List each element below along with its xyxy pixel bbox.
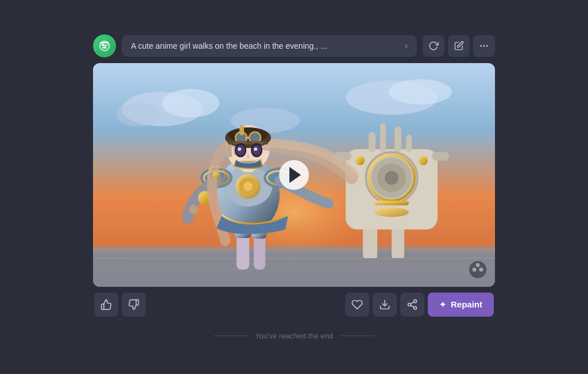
- svg-rect-31: [380, 123, 386, 152]
- edit-icon: [454, 41, 464, 50]
- svg-rect-61: [245, 137, 250, 139]
- svg-point-13: [389, 79, 452, 104]
- heart-icon: [351, 299, 363, 310]
- top-bar: A cute anime girl walks on the beach in …: [93, 34, 495, 57]
- svg-line-80: [411, 305, 414, 307]
- svg-point-11: [116, 103, 162, 126]
- repaint-label: Repaint: [451, 299, 482, 309]
- svg-rect-2: [102, 47, 106, 48]
- svg-point-34: [355, 156, 365, 165]
- thumbs-up-icon: [100, 299, 112, 310]
- svg-point-69: [254, 147, 257, 151]
- end-line-left: [214, 336, 248, 336]
- svg-rect-30: [369, 132, 376, 152]
- more-button[interactable]: [473, 35, 495, 57]
- svg-point-68: [238, 147, 241, 151]
- download-button[interactable]: [373, 293, 397, 317]
- image-display: [93, 63, 495, 287]
- share-button[interactable]: [400, 293, 424, 317]
- svg-point-73: [473, 267, 477, 271]
- refresh-button[interactable]: [423, 35, 444, 57]
- action-right: ✦ Repaint: [345, 293, 494, 317]
- end-text: You've reached the end: [255, 332, 333, 340]
- end-message: You've reached the end: [93, 332, 495, 340]
- repaint-button[interactable]: ✦ Repaint: [428, 293, 494, 317]
- action-bar: ✦ Repaint: [93, 293, 495, 317]
- svg-point-5: [483, 45, 485, 46]
- svg-point-37: [374, 208, 409, 217]
- download-icon: [379, 299, 390, 310]
- favorite-button[interactable]: [345, 293, 369, 317]
- svg-point-71: [213, 172, 220, 178]
- svg-rect-36: [374, 201, 409, 205]
- main-card: A cute anime girl walks on the beach in …: [93, 34, 495, 340]
- watermark-icon: [469, 260, 487, 279]
- svg-point-46: [243, 182, 253, 191]
- edit-button[interactable]: [448, 35, 470, 57]
- svg-point-4: [480, 45, 482, 46]
- more-icon: [479, 41, 489, 51]
- svg-point-52: [189, 205, 198, 214]
- svg-rect-32: [394, 126, 401, 152]
- svg-point-10: [162, 89, 219, 118]
- svg-rect-33: [406, 135, 412, 152]
- svg-point-35: [419, 156, 428, 165]
- app-icon: [93, 34, 116, 57]
- svg-rect-29: [432, 152, 449, 161]
- prompt-arrow-icon: ›: [405, 41, 408, 51]
- svg-line-81: [411, 302, 414, 303]
- svg-point-56: [228, 128, 268, 142]
- play-button[interactable]: [279, 160, 309, 190]
- thumbs-down-icon: [128, 299, 140, 310]
- share-icon: [407, 299, 418, 310]
- thumbs-up-button[interactable]: [94, 293, 118, 317]
- refresh-icon: [428, 41, 439, 51]
- prompt-pill[interactable]: A cute anime girl walks on the beach in …: [122, 35, 417, 57]
- image-container: [93, 63, 495, 287]
- svg-point-74: [479, 267, 483, 271]
- svg-point-6: [486, 45, 488, 46]
- thumbs-down-button[interactable]: [122, 293, 146, 317]
- action-left: [94, 293, 146, 317]
- app-icon-svg: [98, 40, 111, 52]
- end-line-right: [340, 336, 374, 336]
- toolbar-buttons: [423, 35, 495, 57]
- repaint-sparkle-icon: ✦: [439, 300, 446, 309]
- svg-rect-63: [239, 125, 244, 135]
- svg-point-26: [385, 171, 399, 185]
- svg-point-75: [476, 263, 480, 267]
- prompt-text: A cute anime girl walks on the beach in …: [131, 41, 327, 50]
